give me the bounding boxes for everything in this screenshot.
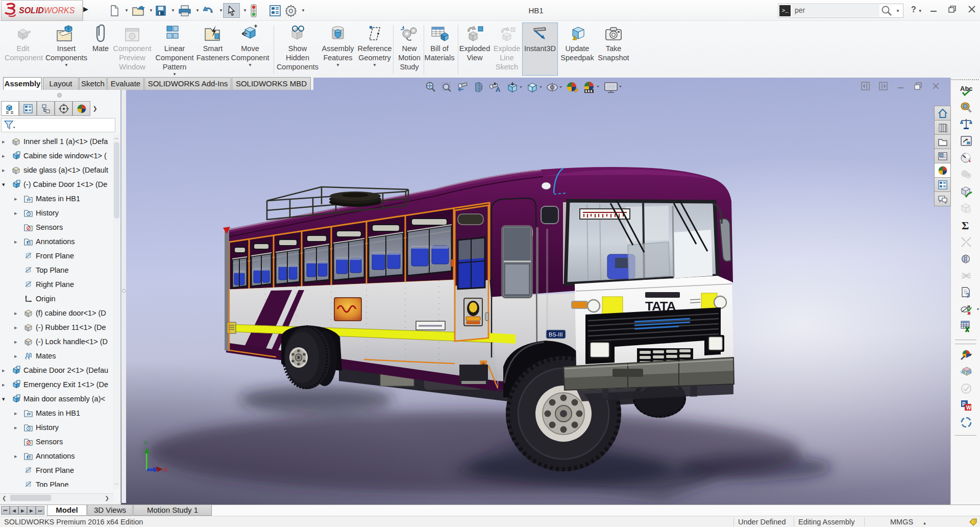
svg-text:X: X (163, 466, 168, 473)
svg-text:SOLID: SOLID (19, 6, 44, 15)
svg-text:WORKS: WORKS (44, 6, 75, 15)
svg-text:BS-III: BS-III (549, 331, 563, 338)
svg-text:A: A (496, 86, 501, 93)
svg-text:W: W (966, 405, 971, 411)
svg-text:?: ? (966, 292, 970, 299)
svg-text:Abc: Abc (960, 85, 973, 92)
svg-text:Σ: Σ (962, 219, 969, 232)
svg-text:!: ! (574, 37, 575, 40)
svg-text:Y: Y (143, 439, 148, 447)
